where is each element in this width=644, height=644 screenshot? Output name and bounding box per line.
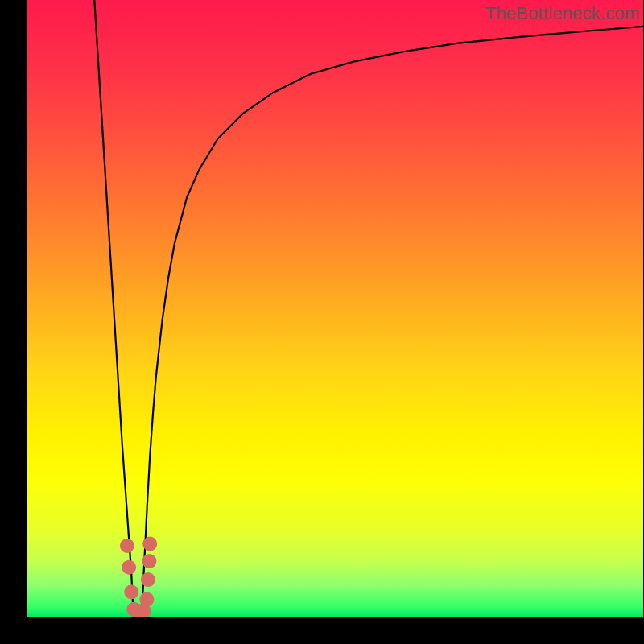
data-marker bbox=[142, 554, 156, 568]
data-marker bbox=[139, 592, 154, 607]
data-marker bbox=[120, 539, 134, 553]
data-marker bbox=[124, 584, 138, 599]
data-marker bbox=[142, 537, 157, 551]
data-marker bbox=[141, 572, 155, 587]
chart-frame: TheBottleneck.com bbox=[27, 0, 643, 617]
bottleneck-chart bbox=[27, 0, 643, 617]
data-marker bbox=[122, 560, 136, 575]
gradient-background bbox=[27, 0, 643, 617]
